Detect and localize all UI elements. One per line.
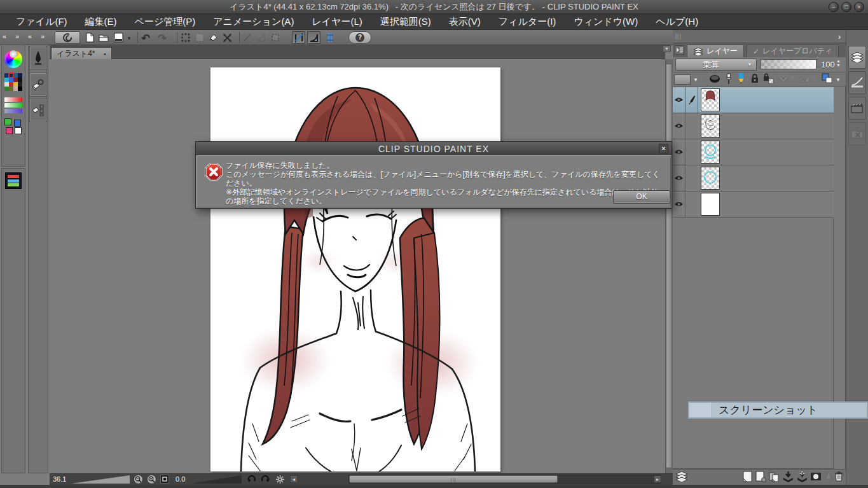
color-mixing-icon[interactable] (4, 118, 22, 135)
strip-layers-button[interactable] (848, 46, 866, 69)
layer-row-3[interactable]: 100 %通常 レイヤー 3 (673, 113, 834, 139)
draft-pencil-icon[interactable] (738, 73, 745, 85)
ok-button[interactable]: OK (613, 190, 670, 204)
menu-filter[interactable]: フィルター(I) (490, 15, 565, 29)
snap-off-button-3[interactable] (268, 31, 282, 44)
color-panel-back-icon[interactable]: « (3, 32, 6, 40)
color-panel-forward-icon[interactable]: » (15, 32, 19, 40)
clip-to-layer-icon[interactable] (778, 73, 795, 83)
dock-grip-icon[interactable]: ||| (675, 33, 682, 39)
lock-icon[interactable] (750, 73, 759, 84)
snap-off-button-1[interactable] (240, 31, 254, 44)
color-set-icon[interactable] (4, 73, 22, 91)
layer1-thumbnail[interactable] (701, 167, 720, 190)
scroll-right-button[interactable]: ▸ (654, 475, 661, 483)
visibility-cell[interactable] (673, 87, 685, 113)
layer-list-empty-area[interactable] (673, 218, 834, 469)
snap-to-special-ruler-button[interactable] (307, 31, 320, 44)
tool-panel-back-icon[interactable]: « (28, 32, 32, 40)
open-file-button[interactable] (97, 31, 111, 44)
redo-button[interactable]: ↷ (158, 32, 167, 45)
fit-to-screen-button[interactable] (160, 475, 169, 484)
blend-mode-dropdown[interactable]: 乗算 ▼ (675, 59, 757, 71)
layer4-thumbnail[interactable] (701, 88, 720, 111)
new-layer-button[interactable] (743, 471, 752, 482)
minimize-button[interactable]: – (829, 2, 839, 12)
menu-help[interactable]: ヘルプ(H) (647, 15, 706, 29)
transform-button[interactable] (221, 31, 234, 44)
color-slider-icon[interactable] (4, 97, 22, 113)
merge-down-button[interactable] (783, 471, 794, 482)
menu-page[interactable]: ページ管理(P) (127, 15, 204, 29)
thumbnail-dropdown-icon[interactable]: ▼ (693, 77, 698, 83)
panel-menu-button[interactable] (675, 45, 684, 55)
timeline-film-icon[interactable] (5, 172, 22, 189)
layer-row-paper[interactable]: 用紙 (673, 192, 834, 218)
strip-navigator-button[interactable] (848, 122, 866, 145)
clip-studio-logo-button[interactable] (55, 31, 80, 44)
layer-row-2[interactable]: 0 %通常 レイヤー 2 (673, 139, 834, 165)
tab-layers[interactable]: レイヤー (687, 45, 744, 57)
dock-collapse-icon[interactable]: › (838, 32, 841, 41)
visibility-cell[interactable] (673, 165, 685, 191)
save-dropdown-icon[interactable]: ▼ (127, 36, 132, 41)
visibility-cell[interactable] (673, 192, 685, 217)
drawing-canvas[interactable] (210, 67, 500, 471)
spinner-up-icon[interactable]: ▲ (836, 59, 841, 63)
undo-button[interactable]: ↶ (141, 32, 150, 45)
editing-cell[interactable] (685, 87, 698, 113)
layer-mask-button[interactable] (810, 472, 822, 481)
opacity-slider[interactable] (761, 59, 816, 69)
menu-selection[interactable]: 選択範囲(S) (372, 15, 439, 29)
opacity-spinner[interactable]: ▲ ▼ (836, 59, 841, 67)
tool-panel-forward-icon[interactable]: » (41, 32, 45, 40)
visibility-cell[interactable] (673, 139, 685, 165)
ruler-icon[interactable] (800, 73, 818, 83)
paper-thumbnail[interactable] (701, 193, 720, 216)
document-tab[interactable]: イラスト4* ● (51, 47, 112, 59)
maximize-button[interactable]: □ (841, 2, 851, 12)
snap-to-ruler-button[interactable] (292, 31, 305, 44)
layer-color-icon[interactable] (822, 73, 833, 83)
select-again-button[interactable] (193, 31, 206, 44)
mask-area-icon[interactable] (709, 74, 720, 83)
new-vector-layer-button[interactable] (755, 471, 766, 482)
strip-timeline-button[interactable] (848, 97, 866, 120)
layer-row-4[interactable]: 100 %乗算 レイヤー 4 (673, 87, 834, 113)
menu-edit[interactable]: 編集(E) (77, 15, 125, 29)
thumbnail-size-dropdown[interactable] (674, 74, 691, 85)
apply-mask-button[interactable] (823, 471, 834, 481)
pen-tool-button[interactable] (30, 46, 46, 69)
close-button[interactable]: × (854, 2, 864, 12)
subtool-button[interactable] (30, 73, 46, 96)
new-folder-button[interactable] (769, 471, 780, 482)
menu-view[interactable]: 表示(V) (441, 15, 489, 29)
menu-window[interactable]: ウィンドウ(W) (565, 15, 646, 29)
dialog-title-bar[interactable]: CLIP STUDIO PAINT EX (196, 142, 672, 155)
save-file-button[interactable] (112, 31, 125, 44)
zoom-out-button[interactable] (134, 475, 143, 484)
horizontal-scrollbar-thumb[interactable]: ||| (349, 475, 558, 483)
layer-row-1[interactable]: 0 %通常 レイヤー 1 (673, 165, 834, 192)
delete-layer-button[interactable] (834, 471, 843, 482)
snap-to-grid-button[interactable] (323, 31, 336, 44)
deselect-button[interactable] (179, 31, 192, 44)
menu-layer[interactable]: レイヤー(L) (303, 15, 370, 29)
zoom-in-button[interactable] (147, 475, 156, 484)
layer2-thumbnail[interactable] (701, 141, 720, 164)
dialog-close-button[interactable]: × (659, 144, 668, 153)
vertical-scrollbar-thumb[interactable] (666, 64, 672, 468)
menu-animation[interactable]: アニメーション(A) (205, 15, 302, 29)
pin-icon[interactable] (725, 73, 733, 85)
tab-layer-property[interactable]: ✓ レイヤープロパティ (747, 45, 839, 57)
spinner-down-icon[interactable]: ▼ (836, 63, 841, 67)
visibility-cell[interactable] (673, 113, 685, 139)
snap-off-button-2[interactable] (254, 31, 268, 44)
color-wheel-icon[interactable] (4, 50, 22, 68)
new-file-button[interactable] (83, 31, 97, 44)
layer-color-dropdown-icon[interactable]: ▼ (836, 77, 841, 83)
menu-file[interactable]: ファイル(F) (8, 15, 76, 29)
strip-layer-property-button[interactable] (848, 71, 866, 94)
fill-button[interactable] (207, 31, 220, 44)
lock-transparent-icon[interactable] (763, 73, 775, 84)
